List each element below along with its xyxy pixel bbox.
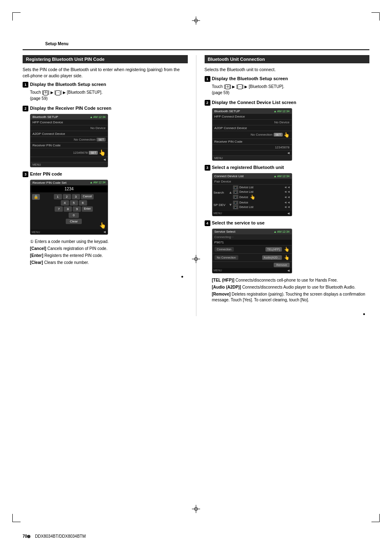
main-content: Registering Bluetooth Unit PIN Code Sets… <box>23 50 369 316</box>
r-screen2-back-arrow[interactable]: ◄ <box>287 151 291 155</box>
screen2-title: Bluetooth SETUP <box>32 115 58 119</box>
r-legend-remove-key: [Remove] <box>212 292 231 296</box>
pin-key-0[interactable]: 0 <box>69 213 78 218</box>
left-step1-pageref: (page 59) <box>30 96 48 101</box>
right-step1-body: Touch [⚙] ▶ [→] ▶ [Bluetooth SETUP]. (pa… <box>205 83 370 96</box>
screen2-row6-btn[interactable]: SET <box>89 151 98 155</box>
r-legend-remove-desc: Deletes registration (pairing). Touching… <box>212 292 365 302</box>
pin-keypad-area: 🔒 1 2 3 Cancel 4 5 <box>30 192 108 229</box>
right-step4-screen: Service Select ▲ AM 12:34 Connecting··· … <box>212 229 292 273</box>
right-step1-pageref: (page 59) <box>212 90 230 95</box>
r-spdev-row2: 📱 Device List ◄◄ <box>233 205 290 209</box>
r-btn-remove[interactable]: Remove <box>274 263 289 267</box>
r-device-row1: 📱 Device List ◄◄ <box>233 185 290 190</box>
pin-back: ◄ <box>103 230 106 234</box>
pin-key-cancel[interactable]: Cancel <box>81 194 94 199</box>
r-spdev-icon1: 📱 <box>233 201 238 205</box>
pin-title-text: Receiver PIN Code Set <box>32 181 67 185</box>
r-btn-tel-hfp[interactable]: TEL(HFP) <box>265 247 282 252</box>
left-step2-number: 2 <box>23 106 28 111</box>
r-legend-audio-key: [Audio (A2DP)] <box>212 285 241 289</box>
corner-mark-tr <box>371 12 380 21</box>
screen2-row1: HFP Connect Device <box>30 120 108 125</box>
r-screen4-back[interactable]: ◄ <box>287 268 291 273</box>
footer-page-number: 70 <box>23 534 27 539</box>
screen2-status: ▲ AM 12:34 <box>90 116 106 118</box>
setup-icon-1: ⚙ <box>43 90 48 95</box>
screen2-row5: Receiver PIN Code <box>30 143 108 148</box>
pin-keys-area: 1 2 3 Cancel 4 5 6 7 <box>42 194 106 225</box>
r-spdev-icon2: 📱 <box>233 205 238 209</box>
right-step1-header: 1 Display the Bluetooth Setup screen <box>205 76 370 82</box>
left-bullet: ● <box>23 274 188 279</box>
corner-mark-tl <box>12 12 21 21</box>
screen2-row2: No Device <box>30 125 108 131</box>
right-column: Bluetooth Unit Connection Selects the Bl… <box>196 55 370 316</box>
pin-key-4[interactable]: 4 <box>61 200 69 206</box>
pin-row1: 1 2 3 Cancel <box>42 194 106 199</box>
left-step3-header: 3 Enter PIN code <box>23 171 188 177</box>
r-screen2-row4-btn[interactable]: SET <box>274 133 283 136</box>
r-screen4-connecting: Connecting··· <box>212 234 292 240</box>
pin-touch-cursor: 👆 <box>99 222 106 229</box>
r-touch-cursor-4a: 👆 <box>284 247 290 252</box>
pin-keypad-top: 🔒 1 2 3 Cancel 4 5 <box>32 194 106 225</box>
r-spdev-arrow2[interactable]: ◄◄ <box>284 205 291 209</box>
r-device-row3: 📱 Device 👆 ◄◄ <box>233 194 290 200</box>
r-up-arrow[interactable]: ▲ <box>229 190 233 194</box>
r-screen4-bottom: MENU ◄ <box>212 268 292 273</box>
r-device-icon1: 📱 <box>233 185 238 190</box>
legend-cancel-key: [Cancel] <box>30 246 46 251</box>
r-screen4-menu: MENU <box>214 269 222 272</box>
screen2-back-arrow[interactable]: ◄ <box>103 157 106 162</box>
r-screen2-menu: MENU <box>212 156 292 160</box>
r-screen2-row3: A2DP Connect Device <box>212 125 292 131</box>
pin-key-1[interactable]: 1 <box>54 194 62 199</box>
r-screen2-row2-value: No Device <box>274 120 290 124</box>
pin-key-2[interactable]: 2 <box>63 194 71 199</box>
r-device-list: 📱 Device List ◄◄ 📱 Device List ◄◄ 📱 <box>233 185 290 200</box>
pin-key-5[interactable]: 5 <box>70 200 78 206</box>
r-btn-connection[interactable]: Connection <box>214 247 234 252</box>
pin-key-6[interactable]: 6 <box>79 200 87 206</box>
pin-key-8[interactable]: 8 <box>64 206 72 212</box>
footer-circle <box>27 535 30 538</box>
r-screen4-title: Service Select <box>214 230 235 234</box>
r-device-arrow1[interactable]: ◄◄ <box>284 185 291 189</box>
r-btn-no-connection[interactable]: No Connection <box>214 255 238 260</box>
r-device-icon3: 📱 <box>233 195 238 199</box>
pin-key-enter[interactable]: Enter <box>82 206 93 212</box>
r-device-arrow3[interactable]: ◄◄ <box>284 195 291 199</box>
r-spdev-arrow1[interactable]: ◄◄ <box>284 201 291 204</box>
left-legend: ① Enters a code number using the keypad.… <box>23 239 188 266</box>
screen2-row6-value: 12345678 <box>73 151 88 155</box>
pin-key-9[interactable]: 9 <box>73 206 81 212</box>
screen2-row3: A2DP Connect Device <box>30 131 108 137</box>
r-screen2-title: Bluetooth SETUP <box>214 109 240 113</box>
left-step3-number: 3 <box>23 171 28 177</box>
r-screen3-back[interactable]: ◄ <box>287 211 291 215</box>
r-down-arrow[interactable]: ▼ <box>229 203 233 207</box>
r-touch-cursor-3: 👆 <box>250 194 256 200</box>
left-step2: 2 Display the Receiver PIN Code screen B… <box>23 106 188 167</box>
r-screen2-status: ▲ AM 12:34 <box>274 110 289 113</box>
r-legend-remove: [Remove] Deletes registration (pairing).… <box>212 291 370 303</box>
right-step4: 4 Select the service to use Service Sele… <box>205 220 370 273</box>
pin-key-clear[interactable]: Clear <box>66 219 82 224</box>
pin-key-3[interactable]: 3 <box>72 194 80 199</box>
pin-lock-col: 🔒 <box>32 194 40 225</box>
pin-key-7[interactable]: 7 <box>55 206 63 212</box>
r-screen2-row4: No Connection SET 👆 <box>212 131 292 139</box>
r-device-arrow2[interactable]: ◄◄ <box>284 190 291 194</box>
right-step3-header: 3 Select a registered Bluetooth unit <box>205 165 370 171</box>
right-step2: 2 Display the Connect Device List screen… <box>205 100 370 161</box>
left-step1-body: Touch [⚙] ▶ [→] ▶ [Bluetooth SETUP]. (pa… <box>23 89 188 102</box>
page-footer: 70 DDX8034BT/DDX8034BTM <box>23 534 369 539</box>
screen2-row4-btn[interactable]: SET <box>97 138 106 141</box>
screen2-back-btn: ◄ <box>30 157 108 162</box>
left-column: Registering Bluetooth Unit PIN Code Sets… <box>23 55 196 316</box>
r-btn-audio-a2dp[interactable]: Audio(A2D... <box>262 255 282 260</box>
r-screen3-bottom: MENU ◄ <box>212 211 292 216</box>
left-section-intro: Sets the PIN code of the Bluetooth unit … <box>23 67 188 79</box>
r-device-text3: Device <box>239 196 248 199</box>
